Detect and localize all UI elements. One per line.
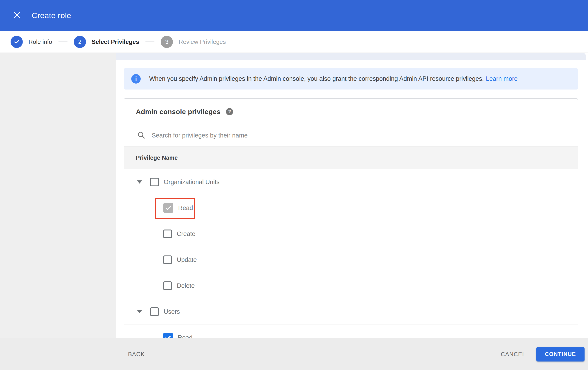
step-label: Select Privileges — [92, 38, 139, 45]
privilege-label: Update — [177, 256, 197, 263]
card-title: Admin console privileges — [136, 108, 220, 116]
cancel-button[interactable]: CANCEL — [501, 351, 526, 358]
privileges-search-input[interactable] — [152, 132, 473, 139]
privileges-search-row — [124, 125, 578, 146]
privilege-label: Delete — [177, 282, 195, 290]
step-connector — [58, 41, 68, 42]
privilege-row: Users — [124, 299, 578, 325]
privilege-row: Read — [124, 325, 578, 338]
step-number-badge: 3 — [161, 36, 173, 48]
privilege-name-column-header: Privilege Name — [136, 154, 178, 161]
checkbox-unchecked[interactable] — [150, 307, 159, 316]
left-empty-panel — [0, 53, 116, 338]
info-banner-message: When you specify Admin privileges in the… — [149, 75, 484, 82]
close-button[interactable] — [12, 10, 22, 21]
learn-more-link[interactable]: Learn more — [486, 75, 518, 82]
scrollbar-track[interactable] — [586, 53, 588, 338]
privilege-label: Organizational Units — [164, 179, 220, 186]
main-content-panel: When you specify Admin privileges in the… — [116, 53, 586, 338]
checkbox-unchecked[interactable] — [163, 230, 172, 238]
info-banner: When you specify Admin privileges in the… — [124, 68, 578, 90]
expand-arrow-icon[interactable] — [137, 180, 142, 184]
checkbox-checked[interactable] — [163, 333, 173, 338]
checkbox-unchecked[interactable] — [163, 281, 172, 290]
checkbox-unchecked[interactable] — [163, 255, 172, 264]
continue-button[interactable]: CONTINUE — [536, 347, 585, 361]
step-connector — [145, 41, 155, 42]
checkbox-checked[interactable] — [163, 203, 173, 213]
footer-right-actions: CANCEL CONTINUE — [501, 347, 588, 361]
back-button[interactable]: BACK — [128, 351, 145, 358]
dialog-footer: BACK CANCEL CONTINUE — [0, 338, 588, 370]
privilege-row: Read — [124, 195, 578, 221]
create-role-dialog: Create role Role info 2 Select Privilege… — [0, 0, 588, 370]
close-icon — [13, 11, 21, 20]
checkbox-unchecked[interactable] — [150, 178, 159, 186]
privilege-row: Delete — [124, 273, 578, 299]
scrolled-content-strip — [116, 53, 586, 60]
privilege-row: Update — [124, 247, 578, 273]
dialog-body: When you specify Admin privileges in the… — [0, 53, 588, 338]
privilege-row: Organizational Units — [124, 169, 578, 195]
step-label: Review Privileges — [178, 38, 226, 45]
stepper: Role info 2 Select Privileges 3 Review P… — [0, 31, 588, 53]
admin-console-privileges-card: Admin console privileges Privilege Name — [124, 98, 578, 338]
step-label: Role info — [29, 38, 52, 45]
card-header: Admin console privileges — [124, 99, 578, 125]
step-number-badge: 2 — [74, 36, 86, 48]
search-icon — [137, 131, 146, 140]
privilege-label: Read — [178, 334, 193, 339]
privilege-rows: Organizational UnitsReadCreateUpdateDele… — [124, 169, 578, 338]
privilege-label: Create — [177, 230, 195, 238]
help-icon[interactable] — [226, 108, 233, 115]
step-review-privileges[interactable]: 3 Review Privileges — [161, 36, 226, 48]
info-icon — [131, 74, 141, 84]
step-complete-check-icon — [10, 36, 23, 48]
app-bar: Create role — [0, 0, 588, 31]
step-select-privileges[interactable]: 2 Select Privileges — [74, 36, 139, 48]
info-banner-text: When you specify Admin privileges in the… — [149, 75, 518, 82]
privilege-label: Users — [164, 308, 180, 315]
privileges-table-header: Privilege Name — [124, 146, 578, 169]
privilege-row: Create — [124, 221, 578, 247]
expand-arrow-icon[interactable] — [137, 310, 142, 313]
privilege-label: Read — [178, 204, 193, 212]
step-role-info[interactable]: Role info — [10, 36, 52, 48]
dialog-title: Create role — [32, 11, 71, 20]
